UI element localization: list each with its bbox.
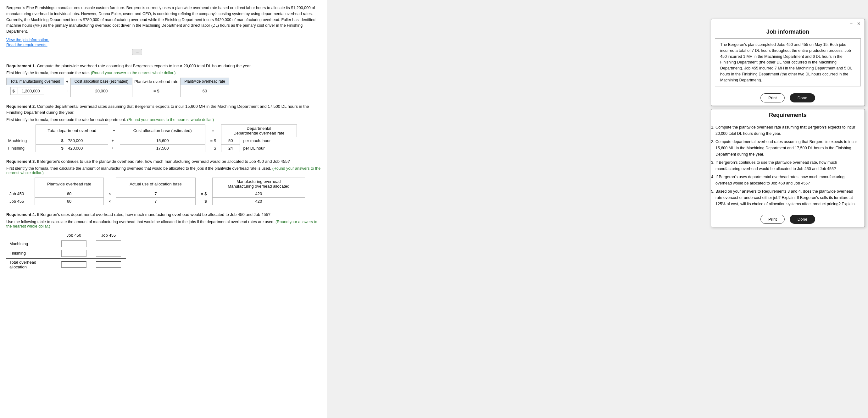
requirements-print-button[interactable]: Print <box>761 215 785 224</box>
req2-finishing-dollar: $ 420,000 <box>36 144 108 152</box>
req2-dept-table: Total department overhead + Cost allocat… <box>6 125 305 152</box>
req2-col-rate: Departmental Departmental overhead rate <box>221 125 297 137</box>
req3-job450-actual: 7 <box>116 190 195 198</box>
req1-col-rate: Plantwide overhead rate <box>181 78 229 85</box>
req2-subheading: First identify the formula, then compute… <box>6 118 321 122</box>
requirements-footer: Print Done <box>711 212 865 227</box>
req2-machining-label: Machining <box>6 137 36 144</box>
req4-finishing-job455-input[interactable] <box>96 250 121 257</box>
req4-col-job450: Job 450 <box>57 232 91 239</box>
req2-col-overhead: Total department overhead <box>36 125 108 137</box>
req1-base-value: 20,000 <box>70 85 132 97</box>
ellipsis-button[interactable]: ··· <box>132 49 142 55</box>
req3-col-allocated: Manufacturing overhead Manufacturing ove… <box>212 178 305 190</box>
req3-subheading: First identify the formula, then calcula… <box>6 166 321 175</box>
req4-machining-job450-input[interactable] <box>61 240 87 247</box>
job-info-print-button[interactable]: Print <box>761 93 785 102</box>
req3-job455-rate: 60 <box>35 198 104 205</box>
req2-col-base: Cost allocation base (estimated) <box>120 125 205 137</box>
job-info-panel-header: − ✕ <box>711 19 865 26</box>
description-text: Bergeron's Fine Furnishings manufactures… <box>6 5 321 35</box>
req4-machining-label: Machining <box>6 239 57 249</box>
req2-machining-rate: 50 <box>221 137 240 144</box>
req1-col-base: Cost allocation base (estimated) <box>70 78 132 85</box>
req-list-item-5: Based on your answers to Requirements 3 … <box>715 188 860 207</box>
req3-mfg-table: Plantwide overhead rate Actual use of al… <box>6 178 305 205</box>
req1-overhead-value: 1,200,000 <box>18 87 44 95</box>
req4-table: Job 450 Job 455 Machining Finishing Tota… <box>6 232 126 270</box>
req4-machining-row: Machining <box>6 239 126 249</box>
req2-machining-dollar: $ 780,000 <box>36 137 108 144</box>
req4-machining-job455-input[interactable] <box>96 240 121 247</box>
req2-finishing-label: Finishing <box>6 144 36 152</box>
req3-job455-actual: 7 <box>116 198 195 205</box>
job-info-footer: Print Done <box>711 90 865 106</box>
job-info-body: The Bergeron's plant completed Jobs 450 … <box>715 38 861 87</box>
job-info-panel: − ✕ Job information The Bergeron's plant… <box>711 19 865 106</box>
req-list-item-4: If Bergeron's uses departmental overhead… <box>715 174 860 186</box>
req4-total-job455-input[interactable] <box>96 261 121 268</box>
req3-job455-label: Job 455 <box>6 198 35 205</box>
req3-col-rate: Plantwide overhead rate <box>35 178 104 190</box>
req2-machining-unit: per mach. hour <box>240 137 297 144</box>
req1-rate-value: 60 <box>181 85 229 97</box>
req3-job450-label: Job 450 <box>6 190 35 198</box>
job-info-title: Job information <box>711 26 865 38</box>
req1-col-overhead: Total manufacturing overhead <box>7 78 64 85</box>
req4-subheading: Use the following table to calculate the… <box>6 220 321 228</box>
req-list-item-2: Compute departmental overhead rates assu… <box>715 138 860 157</box>
req1-heading: Requirement 1. Compute the plantwide ove… <box>6 63 321 69</box>
req3-job450-rate: 60 <box>35 190 104 198</box>
req4-total-row: Total overhead allocation <box>6 258 126 270</box>
req2-finishing-unit: per DL hour <box>240 144 297 152</box>
req-list-item-3: If Bergeron's continues to use the plant… <box>715 159 860 172</box>
req1-subheading: First identify the formula, then compute… <box>6 71 321 75</box>
req4-finishing-row: Finishing <box>6 249 126 258</box>
requirements-list: Compute the plantwide overhead rate assu… <box>711 122 865 212</box>
req1-dollar1: $ <box>10 87 17 95</box>
job-info-done-button[interactable]: Done <box>790 93 815 102</box>
req2-finishing-base: 17,500 <box>120 144 205 152</box>
req3-heading: Requirement 3. If Bergeron's continues t… <box>6 158 321 165</box>
req4-total-label: Total overhead allocation <box>6 258 57 270</box>
req4-heading: Requirement 4. If Bergeron's uses depart… <box>6 212 321 218</box>
job-info-close-button[interactable]: ✕ <box>856 21 861 26</box>
req1-formula-table: Total manufacturing overhead + Cost allo… <box>6 77 229 97</box>
req2-finishing-rate: 24 <box>221 144 240 152</box>
job-info-minimize-button[interactable]: − <box>849 21 853 26</box>
job-info-link[interactable]: View the job information. <box>6 38 321 42</box>
panels-container: − ✕ Job information The Bergeron's plant… <box>711 19 865 227</box>
req4-finishing-job450-input[interactable] <box>61 250 87 257</box>
req4-finishing-label: Finishing <box>6 249 57 258</box>
req2-heading: Requirement 2. Compute departmental over… <box>6 103 321 116</box>
req2-machining-base: 15,600 <box>120 137 205 144</box>
req-list-item-1: Compute the plantwide overhead rate assu… <box>715 124 860 137</box>
req4-col-job455: Job 455 <box>91 232 126 239</box>
req3-job450-allocated: 420 <box>212 190 305 198</box>
requirements-link[interactable]: Read the requirements. <box>6 43 321 47</box>
requirements-done-button[interactable]: Done <box>790 215 815 224</box>
req3-job455-allocated: 420 <box>212 198 305 205</box>
req3-col-actual: Actual use of allocation base <box>116 178 195 190</box>
req4-total-job450-input[interactable] <box>61 261 87 268</box>
requirements-panel: Requirements Compute the plantwide overh… <box>711 109 865 227</box>
requirements-title: Requirements <box>711 109 865 122</box>
